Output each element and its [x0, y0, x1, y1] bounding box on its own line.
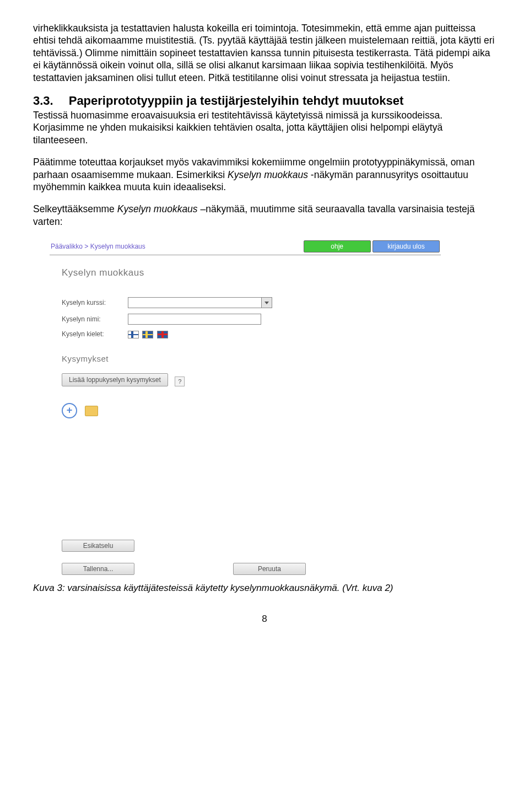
breadcrumb: Päävalikko > Kyselyn muokkaus: [51, 243, 145, 250]
save-button[interactable]: Tallenna...: [62, 563, 134, 575]
flag-uk-icon[interactable]: [157, 331, 168, 338]
language-flags[interactable]: [128, 330, 170, 338]
section-title: Paperiprototyyppiin ja testijärjestelyih…: [69, 94, 404, 108]
paragraph-2: Testissä huomasimme eroavaisuuksia eri t…: [33, 109, 496, 146]
paragraph-1: virheklikkauksista ja testattavien halus…: [33, 22, 496, 84]
course-dropdown[interactable]: [128, 297, 272, 308]
preview-button[interactable]: Esikatselu: [62, 540, 134, 552]
cancel-button[interactable]: Peruuta: [233, 563, 306, 575]
row-lang: Kyselyn kielet:: [62, 330, 441, 338]
mock-subheading: Kysymykset: [62, 354, 441, 363]
label-course: Kyselyn kurssi:: [62, 299, 128, 306]
mock-footer: Esikatselu Tallenna... Peruuta: [62, 540, 441, 575]
add-icon[interactable]: +: [62, 403, 77, 418]
paragraph-3-italic: Kyselyn muokkaus: [228, 169, 308, 180]
flag-se-icon[interactable]: [142, 331, 153, 338]
help-button[interactable]: ohje: [304, 240, 371, 252]
folder-icon[interactable]: [85, 406, 98, 416]
paragraph-4: Selkeyttääksemme Kyselyn muokkaus –näkym…: [33, 203, 496, 228]
paragraph-3: Päätimme toteuttaa korjaukset myös vakav…: [33, 156, 496, 193]
page-number: 8: [33, 614, 496, 625]
paragraph-4-italic: Kyselyn muokkaus: [117, 203, 198, 214]
figure-caption: Kuva 3: varsinaisissa käyttäjätesteissä …: [33, 583, 496, 594]
row-course: Kyselyn kurssi:: [62, 297, 441, 308]
label-lang: Kyselyn kielet:: [62, 330, 128, 338]
section-heading: 3.3. Paperiprototyyppiin ja testijärjest…: [33, 94, 496, 108]
label-name: Kyselyn nimi:: [62, 315, 128, 323]
mock-title: Kyselyn muokkaus: [62, 267, 441, 278]
row-name: Kyselyn nimi:: [62, 314, 441, 325]
help-icon[interactable]: ?: [175, 377, 185, 386]
name-input[interactable]: [128, 314, 261, 325]
add-row: +: [62, 403, 441, 418]
paragraph-4a: Selkeyttääksemme: [33, 203, 117, 214]
embedded-screenshot: Päävalikko > Kyselyn muokkaus ohje kirja…: [50, 239, 441, 575]
logout-button[interactable]: kirjaudu ulos: [373, 240, 440, 252]
section-number: 3.3.: [33, 94, 53, 108]
add-final-questions-button[interactable]: Lisää loppukyselyn kysymykset: [62, 373, 168, 386]
flag-fi-icon[interactable]: [128, 331, 139, 338]
mock-header: Päävalikko > Kyselyn muokkaus ohje kirja…: [50, 239, 441, 255]
